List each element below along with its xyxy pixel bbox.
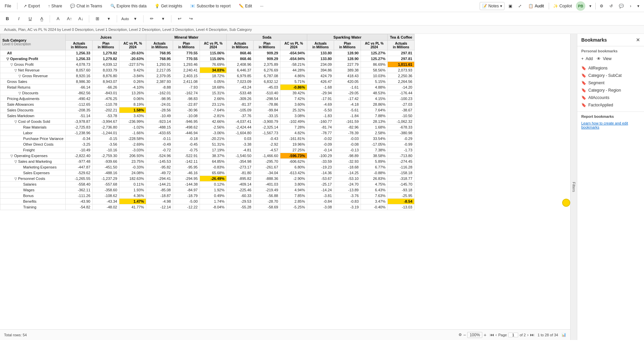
data-cell: -98.95 xyxy=(146,96,173,102)
more-options-btn[interactable]: ··· xyxy=(258,2,265,10)
sidebar-item-segment[interactable]: 🔖 Segment xyxy=(581,79,640,87)
sidebar-item-factorapplied[interactable]: 🔖 FactorApplied xyxy=(581,101,640,109)
data-cell: 25.32% xyxy=(280,107,307,113)
sidebar-item-allregions[interactable]: 🔖 AllRegions xyxy=(581,64,640,72)
expand-icon[interactable]: ▽ xyxy=(14,68,17,72)
share-btn[interactable]: ↑ Share xyxy=(46,2,64,10)
settings-icon[interactable]: ⚙ xyxy=(459,333,462,337)
subscribe-btn[interactable]: 📧 Subscribe to report xyxy=(188,2,232,10)
data-cell: -1,567.73 xyxy=(254,130,280,136)
row-label-text: Sales Expenses xyxy=(23,171,50,175)
auto-btn[interactable]: Auto xyxy=(120,14,130,23)
data-cell: -24.70 xyxy=(334,182,361,187)
copilot-btn[interactable]: ✨ Copilot xyxy=(551,2,574,10)
data-cell: 28.86% xyxy=(361,102,388,107)
data-cell: -43.90 xyxy=(66,199,93,204)
expand-icon[interactable]: ▽ xyxy=(18,91,21,95)
data-cell: -8.04% xyxy=(200,204,227,210)
data-cell: 6,787.08 xyxy=(254,73,280,79)
font-size-up-btn[interactable]: A↑ xyxy=(65,14,74,23)
sparkwater-acvspl-header: AC vs PL %2024 xyxy=(361,41,388,50)
notes-btn[interactable]: 📝 Notes ▾ xyxy=(480,2,504,10)
bold-btn[interactable]: B xyxy=(3,14,12,23)
get-insights-btn[interactable]: 💡 Get insights xyxy=(153,2,184,10)
highlight-btn[interactable]: A̲ xyxy=(37,14,46,23)
data-cell: -1,237.29 xyxy=(93,176,119,182)
edit-btn[interactable]: ✏️ Edit xyxy=(237,2,254,10)
expand-icon[interactable]: ▽ xyxy=(14,160,17,163)
row-label-text: Cost of Goods Sold xyxy=(18,119,50,124)
data-cell: -3.38 xyxy=(227,142,254,147)
file-menu[interactable]: File xyxy=(3,2,13,10)
expand-icon[interactable]: ▽ xyxy=(18,74,21,78)
border-btn[interactable]: ⊞ xyxy=(93,14,102,23)
data-cell: 115.06% xyxy=(200,50,227,56)
data-cell: 125.27% xyxy=(361,56,388,62)
table-wrapper[interactable]: Sub Category Level 0 Description Juices … xyxy=(0,34,570,329)
filters-tab[interactable]: Filters xyxy=(570,34,577,340)
zoom-in-btn[interactable]: + xyxy=(484,332,486,338)
data-cell: 133.80 xyxy=(307,50,334,56)
redo-btn[interactable]: ↪ xyxy=(186,14,196,23)
font-color-btn[interactable]: A xyxy=(53,14,63,23)
data-cell: -20.63% xyxy=(119,56,146,62)
sidebar-item-category-region[interactable]: 🔖 Category - Region xyxy=(581,87,640,94)
close-sidebar-btn[interactable]: ✕ xyxy=(636,37,640,43)
data-cell: 115.06% xyxy=(200,56,227,62)
avatar[interactable]: PB xyxy=(576,1,585,11)
pencil-dropdown[interactable]: ▾ xyxy=(158,14,168,23)
chevron-right-btn[interactable]: › xyxy=(628,2,633,10)
file-label: File xyxy=(5,4,11,8)
expand-btn[interactable]: ⤢ xyxy=(516,2,524,10)
row-label-text: Sales Markdown xyxy=(7,114,34,118)
border-dropdown-btn[interactable]: ▾ xyxy=(104,14,113,23)
data-cell: 8,986.30 xyxy=(66,79,93,85)
layout-btn[interactable]: ▣ xyxy=(506,2,514,10)
pencil-icon[interactable]: ✏ xyxy=(147,14,156,23)
last-page-btn[interactable]: ⏭ xyxy=(530,332,534,337)
data-cell: -144.38 xyxy=(173,182,200,187)
data-cell: 0.49% xyxy=(200,193,227,199)
zoom-out-btn[interactable]: − xyxy=(463,332,466,338)
next-page-btn[interactable]: › xyxy=(527,332,528,337)
data-cell: 38.58% xyxy=(361,153,388,159)
expand-icon[interactable]: ▽ xyxy=(14,120,17,124)
expand-icon[interactable]: ▽ xyxy=(14,177,17,181)
view-bookmark-btn[interactable]: 👁 View xyxy=(597,55,611,62)
row-label-cell: ▽Personnel Costs xyxy=(0,176,66,182)
font-size-down-btn[interactable]: A↓ xyxy=(76,14,86,23)
add-bookmark-btn[interactable]: + Add xyxy=(581,55,593,62)
italic-btn[interactable]: I xyxy=(14,14,23,23)
export-btn[interactable]: ↗ Export xyxy=(21,2,42,10)
prev-page-btn[interactable]: ‹ xyxy=(495,332,497,337)
explore-data-btn[interactable]: 🔍 Explore this data xyxy=(108,2,149,10)
data-cell: 0.11% xyxy=(119,182,146,187)
undo-btn[interactable]: ↩ xyxy=(175,14,184,23)
learn-bookmarks-link[interactable]: Learn how to create and edit bookmarks xyxy=(577,120,644,131)
icon-btn-2[interactable]: ↺ xyxy=(607,2,615,10)
data-cell: 227.79 xyxy=(334,62,361,67)
first-page-btn[interactable]: ⏮ xyxy=(490,332,494,337)
data-cell: 0.12% xyxy=(200,182,227,187)
audit-btn[interactable]: 📋 Audit xyxy=(526,3,546,9)
chat-teams-btn[interactable]: 💬 Chat in Teams xyxy=(68,2,104,10)
data-cell: -4.10% xyxy=(119,85,146,90)
data-cell: -45.03 xyxy=(254,85,280,90)
icon-btn-1[interactable]: ⚙ xyxy=(598,2,605,10)
expand-icon[interactable]: ▽ xyxy=(10,63,13,66)
sidebar-item-allaccounts[interactable]: 🔖 AllAccounts xyxy=(581,94,640,101)
data-cell: 1.93% xyxy=(119,187,146,193)
auto-dropdown[interactable]: ▾ xyxy=(130,14,140,23)
view-icon: 👁 xyxy=(597,56,601,61)
icon-btn-3[interactable]: 💬 xyxy=(617,2,626,10)
data-cell: -66.26 xyxy=(93,85,119,90)
sidebar-item-category-subcat[interactable]: 🔖 Category - SubCat xyxy=(581,72,640,79)
page-input[interactable] xyxy=(508,333,518,337)
chevron-down-main[interactable]: ▾ xyxy=(635,2,641,10)
underline-btn[interactable]: U xyxy=(25,14,35,23)
user-chevron[interactable]: ▾ xyxy=(587,2,593,10)
data-cell: 768.95 xyxy=(146,50,173,56)
data-cell: 7.64% xyxy=(361,107,388,113)
expand-icon[interactable]: ▽ xyxy=(6,57,9,61)
expand-icon[interactable]: ▽ xyxy=(10,154,13,158)
